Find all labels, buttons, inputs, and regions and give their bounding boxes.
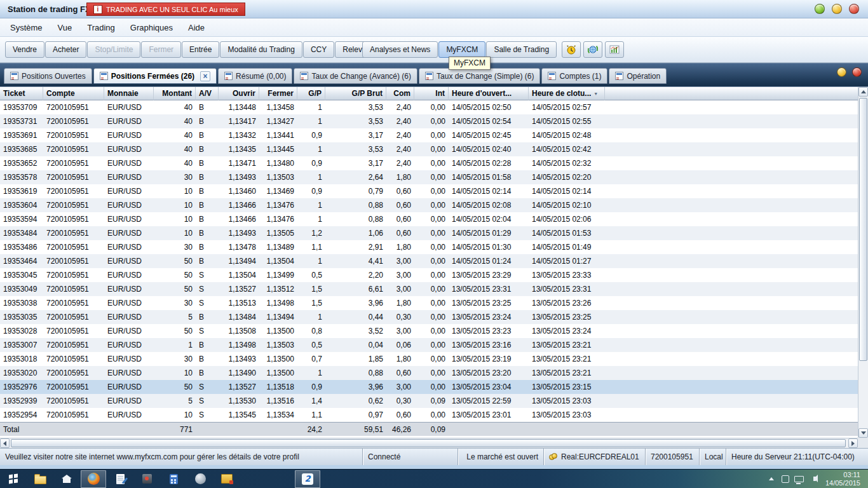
position-row[interactable]: 193530287200105951EUR/USD50S1,135081,135… [0, 324, 858, 338]
tab-panel-icon [300, 72, 308, 80]
column-header-8[interactable]: G/P Brut [325, 87, 386, 100]
toolbar-button-entr-e[interactable]: Entrée [182, 41, 219, 58]
market-chart-button[interactable] [605, 41, 624, 58]
column-header-4[interactable]: A/V [196, 87, 219, 100]
taskbar-firefox-button[interactable] [81, 470, 106, 488]
cell: 7200105951 [43, 184, 104, 198]
cell: 1,13466 [219, 212, 259, 226]
scroll-up-button[interactable] [858, 87, 868, 97]
position-row[interactable]: 193536527200105951EUR/USD40B1,134711,134… [0, 156, 858, 170]
position-row[interactable]: 193537097200105951EUR/USD40B1,134481,134… [0, 100, 858, 114]
minimize-button[interactable] [815, 4, 825, 14]
vertical-scroll-track[interactable] [858, 97, 868, 428]
panel-minimize-button[interactable] [837, 67, 846, 77]
alarm-clock-button[interactable] [562, 41, 581, 58]
tray-network-button[interactable] [792, 470, 806, 488]
position-row[interactable]: 193534867200105951EUR/USD30B1,134781,134… [0, 240, 858, 254]
taskbar-file-explorer-button[interactable] [27, 470, 53, 488]
horizontal-scrollbar[interactable] [0, 438, 858, 448]
taskbar-utility-app-button[interactable] [134, 470, 159, 488]
menu-trading[interactable]: Trading [79, 20, 123, 35]
column-header-1[interactable]: Compte [43, 87, 104, 100]
menu-vue[interactable]: Vue [50, 20, 80, 35]
tab-r-sum-0-00[interactable]: Résumé (0,00) [218, 68, 292, 84]
taskbar-desktop-home-button[interactable] [54, 470, 79, 488]
menu-syst-me[interactable]: Système [3, 20, 50, 35]
taskbar-clock[interactable]: 03:11 14/05/2015 [825, 471, 860, 487]
taskbar-notepad-button[interactable] [107, 470, 133, 488]
toolbar-button-acheter[interactable]: Acheter [45, 41, 86, 58]
tab-comptes-1[interactable]: Comptes (1) [541, 68, 607, 84]
column-header-10[interactable]: Int [414, 87, 449, 100]
taskbar-calculator-button[interactable] [161, 470, 186, 488]
tab-taux-de-change-avanc-6[interactable]: Taux de Change (Avancé) (6) [294, 68, 417, 84]
position-row[interactable]: 193530077200105951EUR/USD1B1,134981,1350… [0, 338, 858, 352]
column-header-11[interactable]: Heure d'ouvert... [449, 87, 529, 100]
notepad-icon [116, 474, 125, 484]
position-row[interactable]: 193530457200105951EUR/USD50S1,135041,134… [0, 268, 858, 282]
toolbar-button-myfxcm[interactable]: MyFXCM [438, 41, 485, 58]
position-row[interactable]: 193536197200105951EUR/USD10B1,134601,134… [0, 184, 858, 198]
tray-volume-button[interactable] [806, 470, 820, 488]
toolbar-button-modalit-du-trading[interactable]: Modalité du Trading [220, 41, 302, 58]
toolbar-button-analyses-et-news[interactable]: Analyses et News [362, 41, 438, 58]
tray-input-button[interactable] [778, 470, 792, 488]
position-row[interactable]: 193536857200105951EUR/USD40B1,134351,134… [0, 142, 858, 156]
taskbar-browser-gray-button[interactable] [187, 470, 213, 488]
restore-button[interactable] [832, 4, 842, 14]
column-header-5[interactable]: Ouvrir [219, 87, 259, 100]
vertical-scroll-thumb[interactable] [859, 98, 867, 361]
column-header-9[interactable]: Com [386, 87, 414, 100]
toolbar-button-vendre[interactable]: Vendre [5, 41, 44, 58]
tab-close-button[interactable] [200, 71, 210, 81]
tab-positions-ouvertes[interactable]: Positions Ouvertes [4, 68, 92, 84]
position-row[interactable]: 193535947200105951EUR/USD10B1,134661,134… [0, 212, 858, 226]
position-row[interactable]: 193529767200105951EUR/USD50S1,135271,135… [0, 380, 858, 394]
refresh-globe-button[interactable] [583, 41, 602, 58]
position-row[interactable]: 193536917200105951EUR/USD40B1,134321,134… [0, 128, 858, 142]
scroll-right-button[interactable] [848, 438, 858, 448]
menu-graphiques[interactable]: Graphiques [123, 20, 180, 35]
cell: 1,13508 [219, 324, 259, 338]
scroll-down-button[interactable] [858, 428, 868, 438]
column-header-7[interactable]: G/P [297, 87, 325, 100]
position-row[interactable]: 193529397200105951EUR/USD5S1,135301,1351… [0, 394, 858, 408]
panel-close-button[interactable] [852, 67, 862, 77]
close-button[interactable] [849, 4, 859, 14]
position-row[interactable]: 193536047200105951EUR/USD10B1,134661,134… [0, 198, 858, 212]
position-row[interactable]: 193537317200105951EUR/USD40B1,134171,134… [0, 114, 858, 128]
position-row[interactable]: 193535787200105951EUR/USD30B1,134931,135… [0, 170, 858, 184]
column-header-3[interactable]: Montant [154, 87, 196, 100]
position-row[interactable]: 193529547200105951EUR/USD10S1,135451,135… [0, 408, 858, 422]
cell: 3,53 [325, 100, 386, 114]
position-row[interactable]: 193530497200105951EUR/USD50S1,135271,135… [0, 282, 858, 296]
taskbar-start-button[interactable] [1, 470, 26, 488]
tray-expand-button[interactable] [764, 470, 778, 488]
horizontal-scroll-thumb[interactable] [11, 439, 846, 447]
column-header-label: Montant [162, 89, 192, 98]
horizontal-scroll-track[interactable] [10, 438, 848, 448]
tab-op-ration[interactable]: Opération [609, 68, 667, 84]
position-row[interactable]: 193530207200105951EUR/USD10B1,134901,135… [0, 366, 858, 380]
toolbar-button-ccy[interactable]: CCY [303, 41, 334, 58]
taskbar-trading-station-button[interactable] [295, 470, 320, 488]
tab-positions-ferm-es-26[interactable]: Positions Fermées (26) [93, 68, 217, 84]
taskbar-mail-app-button[interactable] [214, 470, 240, 488]
column-header-6[interactable]: Fermer [259, 87, 297, 100]
cell: 0,00 [414, 226, 449, 240]
column-header-0[interactable]: Ticket [0, 87, 43, 100]
position-row[interactable]: 193530387200105951EUR/USD30S1,135131,134… [0, 296, 858, 310]
toolbar-button-salle-de-trading[interactable]: Salle de Trading [486, 41, 557, 58]
position-row[interactable]: 193530357200105951EUR/USD5B1,134841,1349… [0, 310, 858, 324]
column-header-2[interactable]: Monnaie [104, 87, 154, 100]
one-click-trading-banner[interactable]: i TRADING AVEC UN SEUL CLIC Au mieux [86, 3, 245, 16]
position-row[interactable]: 193534647200105951EUR/USD50B1,134941,135… [0, 254, 858, 268]
input-indicator-icon [782, 475, 789, 483]
column-header-12[interactable]: Heure de clotu... [529, 87, 605, 100]
vertical-scrollbar[interactable] [858, 87, 868, 438]
menu-aide[interactable]: Aide [180, 20, 212, 35]
tab-taux-de-change-simple-6[interactable]: Taux de Change (Simple) (6) [419, 68, 540, 84]
position-row[interactable]: 193530187200105951EUR/USD30B1,134931,135… [0, 352, 858, 366]
position-row[interactable]: 193534847200105951EUR/USD10B1,134931,135… [0, 226, 858, 240]
scroll-left-button[interactable] [0, 438, 10, 448]
